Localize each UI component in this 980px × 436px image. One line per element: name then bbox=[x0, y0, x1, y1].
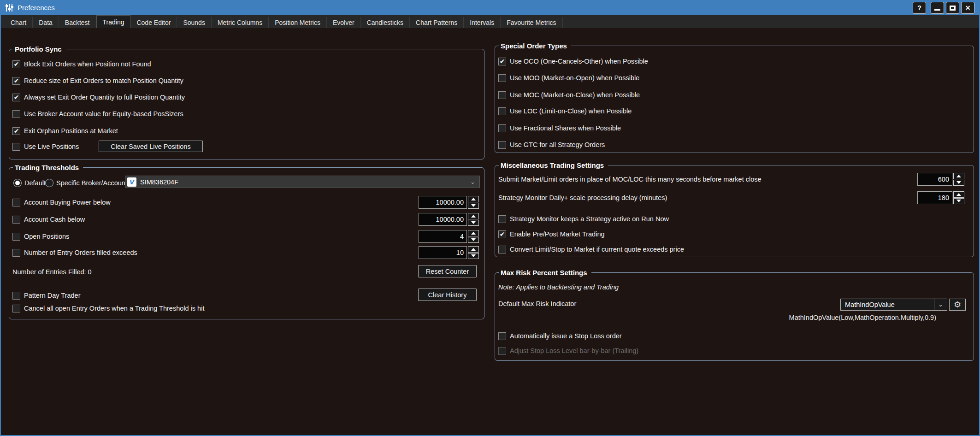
max-risk-indicator-combobox[interactable]: MathIndOpValue ⌄ bbox=[840, 299, 947, 311]
checkbox-use-fractional-shares[interactable]: ✔ bbox=[498, 124, 506, 132]
checkbox-use-moc[interactable]: ✔ bbox=[498, 91, 506, 99]
tab-position-metrics[interactable]: Position Metrics bbox=[269, 17, 327, 28]
spin-up-button[interactable] bbox=[468, 246, 479, 253]
indicator-settings-button[interactable]: ⚙ bbox=[949, 299, 966, 311]
arrow-down-icon bbox=[471, 238, 476, 241]
checkbox-account-cash[interactable]: ✔ bbox=[12, 216, 20, 224]
checkbox-row: ✔ Automatically issue a Stop Loss order bbox=[498, 331, 622, 341]
checkbox-row: ✔ Use MOO (Market-on-Open) when Possible bbox=[498, 73, 639, 83]
spinner-value[interactable]: 600 bbox=[917, 173, 952, 186]
tab-sounds[interactable]: Sounds bbox=[177, 17, 211, 28]
checkbox-row: ✔ Reduce size of Exit Orders to match Po… bbox=[12, 76, 183, 86]
spin-up-button[interactable] bbox=[953, 173, 964, 179]
chevron-down-icon: ⌄ bbox=[470, 178, 475, 185]
help-button[interactable]: ? bbox=[913, 2, 926, 14]
spin-up-button[interactable] bbox=[468, 196, 479, 202]
checkbox-use-live-positions[interactable]: ✔ bbox=[12, 143, 20, 151]
tab-favourite-metrics[interactable]: Favourite Metrics bbox=[501, 17, 562, 28]
spinner-buttons bbox=[468, 246, 479, 259]
spin-down-button[interactable] bbox=[953, 180, 964, 186]
spinner-value[interactable]: 4 bbox=[419, 230, 467, 243]
checkbox-convert-limit-stop[interactable]: ✔ bbox=[498, 246, 506, 253]
spin-up-button[interactable] bbox=[468, 230, 479, 236]
spin-up-button[interactable] bbox=[468, 213, 479, 219]
spinner-value[interactable]: 10000.00 bbox=[419, 213, 467, 226]
checkbox-open-positions[interactable]: ✔ bbox=[12, 233, 20, 241]
max-risk-note: Note: Applies to Backtesting and Trading bbox=[498, 282, 619, 292]
spinner-value[interactable]: 10 bbox=[419, 246, 467, 259]
checkbox-use-gtc[interactable]: ✔ bbox=[498, 141, 506, 149]
checkbox-broker-account-value[interactable]: ✔ bbox=[12, 110, 20, 118]
checkbox-row: ✔ Convert Limit/Stop to Market if curren… bbox=[498, 244, 684, 254]
arrow-up-icon bbox=[956, 193, 961, 196]
close-icon: ✕ bbox=[965, 4, 971, 12]
checkbox-label: Use MOO (Market-on-Open) when Possible bbox=[510, 74, 639, 82]
checkbox-reduce-exit-size[interactable]: ✔ bbox=[12, 77, 20, 85]
checkbox-row: ✔ Number of Entry Orders filled exceeds bbox=[12, 247, 137, 258]
spinner-value[interactable]: 180 bbox=[917, 191, 952, 204]
checkbox-label: Automatically issue a Stop Loss order bbox=[510, 332, 622, 340]
window-controls: ? ✕ bbox=[911, 2, 974, 14]
tab-intervals[interactable]: Intervals bbox=[464, 17, 501, 28]
clear-saved-live-positions-button[interactable]: Clear Saved Live Positions bbox=[99, 141, 203, 152]
spin-down-button[interactable] bbox=[953, 198, 964, 205]
tab-chart[interactable]: Chart bbox=[5, 17, 33, 28]
spin-down-button[interactable] bbox=[468, 237, 479, 243]
tab-trading[interactable]: Trading bbox=[96, 15, 131, 28]
tab-code-editor[interactable]: Code Editor bbox=[130, 17, 177, 28]
checkbox-block-exit-orders[interactable]: ✔ bbox=[12, 60, 20, 68]
tab-backtest[interactable]: Backtest bbox=[59, 17, 96, 28]
checkbox-label: Use Fractional Shares when Possible bbox=[510, 124, 621, 132]
arrow-down-icon bbox=[471, 221, 476, 224]
minimize-button[interactable] bbox=[931, 2, 944, 14]
spin-down-button[interactable] bbox=[468, 203, 479, 209]
checkbox-label: Use GTC for all Strategy Orders bbox=[510, 141, 605, 148]
checkbox-adjust-stop-loss-trailing[interactable]: ✔ bbox=[498, 347, 506, 355]
checkbox-label: Use Broker Account value for Equity-base… bbox=[24, 110, 183, 118]
checkbox-use-moo[interactable]: ✔ bbox=[498, 74, 506, 82]
spin-down-button[interactable] bbox=[468, 253, 479, 259]
radio-button[interactable] bbox=[45, 179, 53, 187]
window-title: Preferences bbox=[18, 4, 55, 12]
tab-data[interactable]: Data bbox=[33, 17, 59, 28]
maximize-button[interactable] bbox=[946, 2, 959, 14]
reset-counter-button[interactable]: Reset Counter bbox=[418, 265, 477, 277]
spinner-buttons bbox=[468, 213, 479, 226]
checkbox-cancel-all-entry-orders[interactable]: ✔ bbox=[12, 305, 20, 312]
close-button[interactable]: ✕ bbox=[961, 2, 974, 14]
checkbox-entry-orders-filled[interactable]: ✔ bbox=[12, 249, 20, 257]
checkbox-label: Always set Exit Order Quantity to full P… bbox=[24, 94, 185, 101]
arrow-up-icon bbox=[956, 175, 961, 177]
radio-button[interactable] bbox=[13, 179, 22, 187]
tab-chart-patterns[interactable]: Chart Patterns bbox=[410, 17, 464, 28]
broker-account-combobox[interactable]: V SIM836204F ⌄ bbox=[125, 176, 480, 188]
title-bar: Preferences ? ✕ bbox=[0, 0, 980, 15]
portfolio-sync-group: Portfolio Sync ✔ Block Exit Orders when … bbox=[9, 49, 484, 159]
checkbox-row: ✔ Always set Exit Order Quantity to full… bbox=[12, 92, 185, 102]
checkbox-auto-stop-loss[interactable]: ✔ bbox=[498, 332, 506, 340]
arrow-up-icon bbox=[471, 215, 476, 218]
tab-candlesticks[interactable]: Candlesticks bbox=[361, 17, 410, 28]
tab-metric-columns[interactable]: Metric Columns bbox=[212, 17, 269, 28]
tab-evolver[interactable]: Evolver bbox=[327, 17, 361, 28]
spin-down-button[interactable] bbox=[468, 220, 479, 226]
spinner-buttons bbox=[468, 196, 479, 209]
checkbox-pre-post-market[interactable]: ✔ bbox=[498, 230, 506, 238]
radio-specific-broker-account[interactable]: Specific Broker/Account bbox=[45, 178, 127, 188]
entries-filled-label: Number of Entries Filled: 0 bbox=[12, 267, 92, 277]
checkbox-monitor-keeps-active[interactable]: ✔ bbox=[498, 215, 506, 223]
radio-defaults[interactable]: Defaults bbox=[13, 178, 49, 188]
spinner-buttons bbox=[953, 191, 964, 204]
clear-history-button[interactable]: Clear History bbox=[418, 289, 477, 301]
checkbox-use-oco[interactable]: ✔ bbox=[498, 58, 506, 65]
checkbox-pattern-day-trader[interactable]: ✔ bbox=[12, 292, 20, 300]
checkbox-label: Pattern Day Trader bbox=[24, 292, 81, 299]
monitor-delay-spinner: 180 bbox=[917, 191, 964, 204]
spinner-value[interactable]: 10000.00 bbox=[419, 196, 467, 209]
checkbox-use-loc[interactable]: ✔ bbox=[498, 107, 506, 115]
spin-up-button[interactable] bbox=[953, 191, 964, 198]
checkbox-exit-orphan-positions[interactable]: ✔ bbox=[12, 127, 20, 135]
group-title: Portfolio Sync bbox=[13, 45, 66, 54]
checkbox-account-buying-power[interactable]: ✔ bbox=[12, 199, 20, 206]
checkbox-full-position-quantity[interactable]: ✔ bbox=[12, 94, 20, 101]
